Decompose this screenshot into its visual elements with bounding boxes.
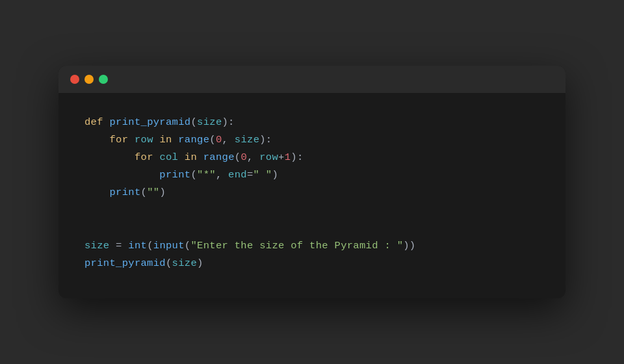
code-line-2: for row in range(0, size): [84,131,540,149]
code-line-5: print("") [84,184,540,202]
code-line-1: def print_pyramid(size): [84,114,540,131]
code-line-8: size = int(input("Enter the size of the … [84,237,540,255]
blank-line-1 [84,202,540,220]
code-editor: def print_pyramid(size): for row in rang… [58,93,566,298]
close-button[interactable] [70,75,79,84]
code-window: def print_pyramid(size): for row in rang… [58,66,566,298]
code-line-3: for col in range(0, row+1): [84,149,540,166]
maximize-button[interactable] [99,75,108,84]
code-line-9: print_pyramid(size) [84,255,540,272]
titlebar [58,66,566,93]
code-line-4: print("*", end=" ") [84,166,540,184]
blank-line-2 [84,220,540,237]
minimize-button[interactable] [84,75,94,84]
